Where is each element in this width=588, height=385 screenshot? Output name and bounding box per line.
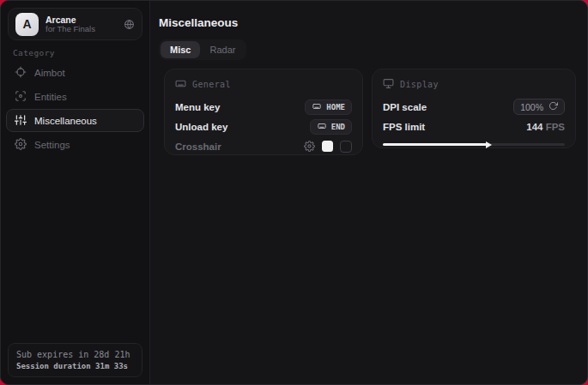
sidebar-item-label: Settings xyxy=(34,140,70,150)
globe-icon[interactable] xyxy=(124,19,135,30)
display-card-title: Display xyxy=(400,80,439,89)
unload-key-button[interactable]: END xyxy=(310,119,352,135)
category-label: Category xyxy=(13,48,55,57)
general-card: General Menu key HOME Unload key END xyxy=(164,69,363,155)
menu-key-value: HOME xyxy=(326,103,345,111)
app-window: A Arcane for The Finals Category Aimbot xyxy=(0,0,588,385)
sliders-icon xyxy=(15,114,27,128)
fps-limit-label: FPS limit xyxy=(383,122,425,132)
unload-key-value: END xyxy=(331,123,345,131)
fps-unit: FPS xyxy=(546,122,565,132)
keyboard-icon xyxy=(317,122,327,132)
crosshair-checkbox[interactable] xyxy=(340,141,352,153)
fps-limit-slider[interactable] xyxy=(383,143,565,146)
dpi-scale-label: DPI scale xyxy=(383,102,427,112)
sidebar: A Arcane for The Finals Category Aimbot xyxy=(1,1,150,384)
tab-misc[interactable]: Misc xyxy=(161,41,200,58)
sidebar-item-label: Miscellaneous xyxy=(34,116,97,126)
crosshair-controls xyxy=(304,141,352,153)
crosshair-color-swatch[interactable] xyxy=(322,141,333,152)
crosshair-icon xyxy=(15,66,27,80)
app-subtitle: for The Finals xyxy=(45,25,124,34)
fps-limit-value: 144 FPS xyxy=(526,122,565,132)
display-card: Display DPI scale 100% FPS limit 144 FPS xyxy=(372,69,576,148)
fps-number: 144 xyxy=(526,122,543,132)
gear-icon xyxy=(15,138,27,152)
sidebar-item-label: Aimbot xyxy=(34,68,65,78)
gear-icon[interactable] xyxy=(304,141,315,152)
display-card-header: Display xyxy=(383,78,565,91)
dpi-scale-value: 100% xyxy=(520,102,543,112)
sidebar-item-label: Entities xyxy=(34,92,67,102)
sidebar-nav: Aimbot Entities Miscellaneous Settings xyxy=(6,61,144,157)
app-logo: A xyxy=(15,13,39,36)
crosshair-row: Crosshair xyxy=(175,136,352,156)
menu-key-button[interactable]: HOME xyxy=(305,99,352,115)
dpi-scale-row: DPI scale 100% xyxy=(383,97,565,117)
app-titles: Arcane for The Finals xyxy=(45,15,124,34)
menu-key-row: Menu key HOME xyxy=(175,97,352,117)
fps-slider-fill xyxy=(383,143,487,146)
unload-key-row: Unload key END xyxy=(175,117,352,136)
crosshair-label: Crosshair xyxy=(175,141,221,152)
sidebar-item-entities[interactable]: Entities xyxy=(6,85,144,108)
sidebar-item-miscellaneous[interactable]: Miscellaneous xyxy=(6,109,144,132)
scan-icon xyxy=(15,90,27,104)
unload-key-label: Unload key xyxy=(175,122,227,132)
main-content: Miscellaneous Misc Radar General Menu ke… xyxy=(151,1,587,384)
menu-key-label: Menu key xyxy=(175,102,220,112)
app-title: Arcane xyxy=(45,15,124,25)
page-title: Miscellaneous xyxy=(159,16,238,29)
subscription-info: Sub expires in 28d 21h Session duration … xyxy=(8,343,142,377)
keyboard-icon xyxy=(175,78,186,91)
fps-limit-row: FPS limit 144 FPS xyxy=(383,117,565,136)
sidebar-item-aimbot[interactable]: Aimbot xyxy=(6,61,144,84)
sidebar-item-settings[interactable]: Settings xyxy=(6,133,144,156)
dpi-scale-control[interactable]: 100% xyxy=(513,99,565,115)
refresh-icon xyxy=(549,101,558,112)
general-card-title: General xyxy=(192,80,231,89)
session-duration-text: Session duration 31m 33s xyxy=(16,362,134,370)
app-header: A Arcane for The Finals xyxy=(8,8,142,40)
keyboard-icon xyxy=(312,102,322,112)
general-card-header: General xyxy=(175,78,352,91)
sub-expiry-text: Sub expires in 28d 21h xyxy=(16,350,134,359)
tab-bar: Misc Radar xyxy=(159,39,246,60)
tab-radar[interactable]: Radar xyxy=(200,41,245,58)
monitor-icon xyxy=(383,78,394,91)
